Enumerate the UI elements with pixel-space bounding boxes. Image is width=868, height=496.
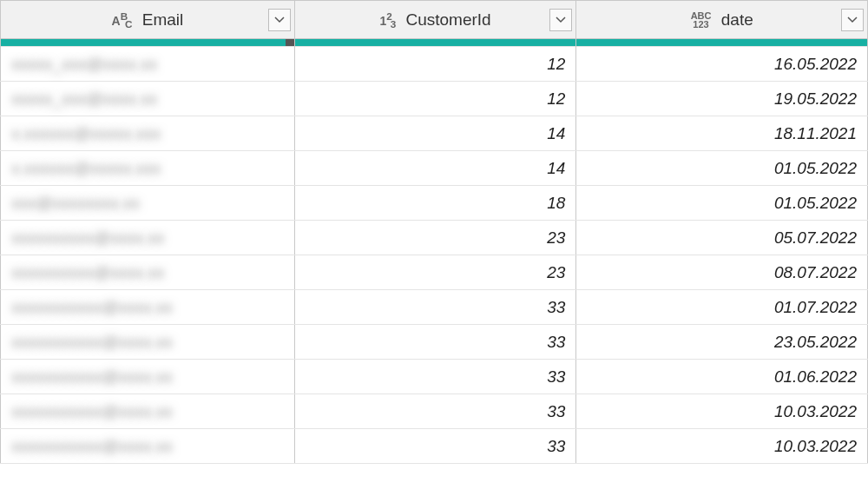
cell-email[interactable]: xxxxx_xxx@xxxx.xx xyxy=(1,82,295,116)
quality-bar-customerid xyxy=(294,39,576,47)
table-row[interactable]: xxxxxxxxxxx@xxxx.xx3301.07.2022 xyxy=(1,290,868,325)
cell-email[interactable]: xxxxxxxxxxx@xxxx.xx xyxy=(1,290,295,325)
table-row[interactable]: xxxxxxxxxxx@xxxx.xx3301.06.2022 xyxy=(1,360,868,394)
cell-customerid[interactable]: 12 xyxy=(294,47,576,82)
cell-date[interactable]: 10.03.2022 xyxy=(576,429,868,464)
quality-bar-date xyxy=(576,39,868,47)
column-label: CustomerId xyxy=(405,10,490,30)
chevron-down-icon xyxy=(556,17,566,23)
quality-bar-row xyxy=(1,39,868,47)
filter-dropdown-button[interactable] xyxy=(549,9,572,31)
filter-dropdown-button[interactable] xyxy=(268,9,291,31)
cell-email[interactable]: xxxxxxxxxxx@xxxx.xx xyxy=(1,429,295,464)
cell-date[interactable]: 18.11.2021 xyxy=(576,116,868,151)
table-row[interactable]: xxx@xxxxxxxx.xx1801.05.2022 xyxy=(1,186,868,221)
table-row[interactable]: xxxxxxxxxxx@xxxx.xx3310.03.2022 xyxy=(1,429,868,464)
cell-email[interactable]: xxxxx_xxx@xxxx.xx xyxy=(1,47,295,82)
cell-date[interactable]: 19.05.2022 xyxy=(576,82,868,116)
cell-date[interactable]: 10.03.2022 xyxy=(576,394,868,429)
cell-customerid[interactable]: 33 xyxy=(294,360,576,394)
header-row: ABC Email 123 CustomerId ABC123 date xyxy=(1,1,868,39)
cell-customerid[interactable]: 14 xyxy=(294,116,576,151)
any-type-icon: ABC123 xyxy=(691,11,712,29)
table-row[interactable]: xxxxxxxxxx@xxxx.xx2305.07.2022 xyxy=(1,221,868,255)
text-type-icon: ABC xyxy=(112,10,133,30)
cell-customerid[interactable]: 23 xyxy=(294,255,576,290)
filter-dropdown-button[interactable] xyxy=(841,9,864,31)
cell-customerid[interactable]: 14 xyxy=(294,151,576,186)
cell-date[interactable]: 16.05.2022 xyxy=(576,47,868,82)
cell-customerid[interactable]: 18 xyxy=(294,186,576,221)
cell-date[interactable]: 23.05.2022 xyxy=(576,325,868,360)
cell-date[interactable]: 01.05.2022 xyxy=(576,151,868,186)
cell-customerid[interactable]: 23 xyxy=(294,221,576,255)
chevron-down-icon xyxy=(847,17,858,23)
cell-email[interactable]: xxxxxxxxxxx@xxxx.xx xyxy=(1,394,295,429)
quality-bar-email xyxy=(1,39,295,47)
number-type-icon: 123 xyxy=(379,10,396,30)
column-label: Email xyxy=(142,10,184,30)
cell-email[interactable]: x.xxxxxx@xxxxx.xxx xyxy=(1,116,295,151)
table-row[interactable]: x.xxxxxx@xxxxx.xxx1401.05.2022 xyxy=(1,151,868,186)
cell-customerid[interactable]: 33 xyxy=(294,394,576,429)
cell-email[interactable]: xxxxxxxxxxx@xxxx.xx xyxy=(1,360,295,394)
cell-customerid[interactable]: 12 xyxy=(294,82,576,116)
column-header-customerid[interactable]: 123 CustomerId xyxy=(294,1,576,39)
cell-date[interactable]: 01.05.2022 xyxy=(576,186,868,221)
cell-date[interactable]: 08.07.2022 xyxy=(576,255,868,290)
table-row[interactable]: xxxxxxxxxxx@xxxx.xx3323.05.2022 xyxy=(1,325,868,360)
cell-email[interactable]: xxxxxxxxxx@xxxx.xx xyxy=(1,221,295,255)
cell-email[interactable]: xxxxxxxxxxx@xxxx.xx xyxy=(1,325,295,360)
cell-customerid[interactable]: 33 xyxy=(294,290,576,325)
chevron-down-icon xyxy=(274,17,285,23)
cell-date[interactable]: 01.07.2022 xyxy=(576,290,868,325)
table-row[interactable]: x.xxxxxx@xxxxx.xxx1418.11.2021 xyxy=(1,116,868,151)
column-label: date xyxy=(721,10,753,30)
cell-date[interactable]: 01.06.2022 xyxy=(576,360,868,394)
table-row[interactable]: xxxxxxxxxxx@xxxx.xx3310.03.2022 xyxy=(1,394,868,429)
cell-customerid[interactable]: 33 xyxy=(294,325,576,360)
data-table: ABC Email 123 CustomerId ABC123 date xxx… xyxy=(0,0,868,464)
table-row[interactable]: xxxxxxxxxx@xxxx.xx2308.07.2022 xyxy=(1,255,868,290)
column-header-date[interactable]: ABC123 date xyxy=(576,1,868,39)
column-header-email[interactable]: ABC Email xyxy=(1,1,295,39)
table-row[interactable]: xxxxx_xxx@xxxx.xx1219.05.2022 xyxy=(1,82,868,116)
cell-email[interactable]: x.xxxxxx@xxxxx.xxx xyxy=(1,151,295,186)
cell-customerid[interactable]: 33 xyxy=(294,429,576,464)
table-row[interactable]: xxxxx_xxx@xxxx.xx1216.05.2022 xyxy=(1,47,868,82)
cell-date[interactable]: 05.07.2022 xyxy=(576,221,868,255)
cell-email[interactable]: xxx@xxxxxxxx.xx xyxy=(1,186,295,221)
cell-email[interactable]: xxxxxxxxxx@xxxx.xx xyxy=(1,255,295,290)
